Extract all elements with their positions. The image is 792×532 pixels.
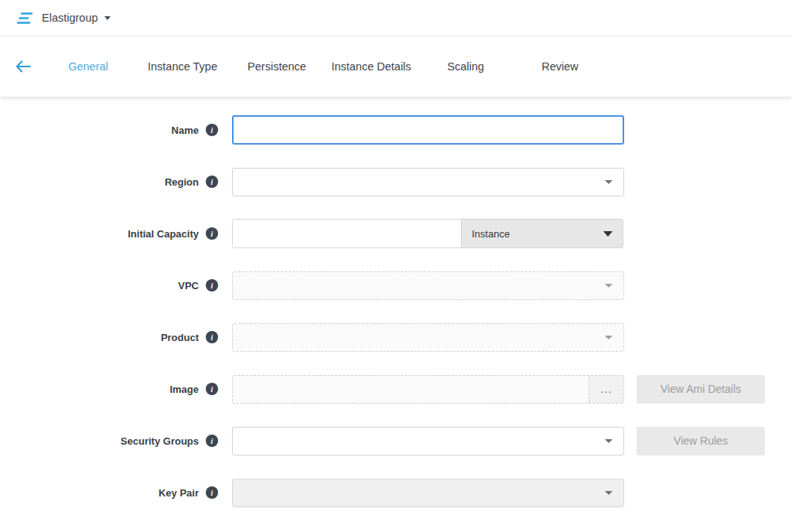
form-row-image: Image i ... View Ami Details xyxy=(0,374,792,404)
tab-instance-type[interactable]: Instance Type xyxy=(135,60,230,73)
security-groups-select[interactable] xyxy=(232,427,624,455)
capacity-unit-value: Instance xyxy=(472,228,510,240)
region-label: Region xyxy=(165,176,199,188)
image-input-group: ... xyxy=(232,375,624,404)
info-icon[interactable]: i xyxy=(206,383,218,395)
chevron-down-icon xyxy=(605,336,613,339)
vpc-label: VPC xyxy=(178,280,199,292)
vpc-select xyxy=(232,271,624,300)
chevron-down-icon xyxy=(605,491,613,495)
info-icon[interactable]: i xyxy=(206,486,218,499)
info-icon[interactable]: i xyxy=(206,331,218,343)
chevron-down-icon xyxy=(605,284,613,288)
chevron-down-icon xyxy=(104,16,111,20)
tab-instance-details[interactable]: Instance Details xyxy=(324,60,418,73)
info-icon[interactable]: i xyxy=(206,435,218,447)
info-icon[interactable]: i xyxy=(206,279,218,292)
initial-capacity-label: Initial Capacity xyxy=(128,228,199,240)
view-ami-details-button[interactable]: View Ami Details xyxy=(637,375,765,404)
form-row-name: Name i xyxy=(0,115,792,145)
wizard-tabs: General Instance Type Persistence Instan… xyxy=(41,60,607,73)
info-icon[interactable]: i xyxy=(206,227,218,240)
form-row-security-groups: Security Groups i View Rules xyxy=(0,426,792,455)
key-pair-label: Key Pair xyxy=(159,487,199,499)
back-arrow-icon[interactable] xyxy=(15,60,31,73)
wizard-tabbar: General Instance Type Persistence Instan… xyxy=(0,36,792,97)
info-icon[interactable]: i xyxy=(206,124,218,136)
chevron-down-icon xyxy=(605,180,613,184)
form-row-vpc: VPC i xyxy=(0,271,792,300)
form-row-key-pair: Key Pair i xyxy=(0,478,792,507)
capacity-unit-select[interactable]: Instance xyxy=(461,219,623,248)
form-row-product: Product i xyxy=(0,322,792,352)
tab-scaling[interactable]: Scaling xyxy=(418,60,513,73)
image-label: Image xyxy=(169,384,199,395)
form-row-initial-capacity: Initial Capacity i Instance xyxy=(0,219,792,248)
general-form: Name i Region i Initial Capacity i Inst xyxy=(0,97,792,507)
name-input[interactable] xyxy=(232,115,624,145)
elastigroup-logo-icon xyxy=(16,12,35,25)
security-groups-label: Security Groups xyxy=(121,435,199,447)
tab-persistence[interactable]: Persistence xyxy=(230,60,324,73)
tab-general[interactable]: General xyxy=(41,60,135,73)
image-input xyxy=(233,376,589,403)
region-select[interactable] xyxy=(232,168,624,196)
chevron-down-icon xyxy=(605,439,613,443)
app-header: Elastigroup xyxy=(0,0,792,36)
info-icon[interactable]: i xyxy=(206,176,218,188)
chevron-down-icon xyxy=(603,231,613,237)
browse-image-button[interactable]: ... xyxy=(589,376,623,403)
name-label: Name xyxy=(172,124,199,136)
product-select xyxy=(232,323,624,352)
initial-capacity-input[interactable] xyxy=(232,219,462,248)
product-label: Product xyxy=(161,332,199,343)
form-row-region: Region i xyxy=(0,167,792,196)
view-rules-button[interactable]: View Rules xyxy=(637,427,765,455)
brand-switcher[interactable]: Elastigroup xyxy=(16,12,111,25)
key-pair-select[interactable] xyxy=(232,479,624,507)
tab-review[interactable]: Review xyxy=(513,60,607,73)
brand-label: Elastigroup xyxy=(42,12,98,24)
